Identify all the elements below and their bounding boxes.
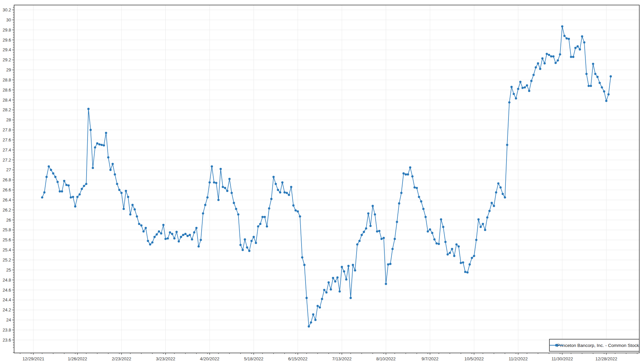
chart-window: 30.23029.829.629.429.22928.828.628.428.2… [0,0,644,362]
data-point-marker [543,62,546,65]
data-point-marker [610,75,612,78]
data-point-marker [585,73,588,75]
data-point-marker [365,227,367,230]
data-point-marker [539,68,541,70]
data-point-marker [101,144,103,146]
svg-text:5/18/2022: 5/18/2022 [244,356,263,361]
data-point-marker [191,238,193,241]
data-point-marker [572,56,575,58]
data-point-marker [592,63,594,65]
data-point-marker [336,276,339,279]
svg-text:24.8: 24.8 [3,278,11,283]
data-point-marker [359,240,361,242]
data-point-marker [546,53,548,55]
svg-text:25.4: 25.4 [3,247,11,252]
svg-text:30.2: 30.2 [3,7,11,12]
data-point-marker [590,85,592,87]
data-point-marker [519,81,522,83]
data-point-marker [451,248,453,250]
data-point-marker [90,129,92,131]
data-point-marker [429,228,431,231]
data-point-marker [497,182,499,185]
data-point-marker [594,73,597,75]
data-point-marker [81,188,83,190]
data-point-marker [103,144,105,147]
svg-text:2/23/2022: 2/23/2022 [112,356,131,361]
data-point-marker [356,243,359,246]
data-point-marker [41,196,43,199]
data-point-marker [484,229,486,231]
data-point-marker [160,232,162,235]
svg-text:28.6: 28.6 [3,87,11,93]
svg-text:27: 27 [6,167,11,172]
data-point-marker [312,313,315,316]
x-axis-labels: 12/29/20211/26/20222/23/20223/23/20224/2… [22,356,617,361]
data-point-marker [123,208,125,210]
tick-marks [12,7,637,355]
data-point-marker [475,239,478,241]
svg-text:23.6: 23.6 [3,338,11,343]
data-point-marker [310,321,312,324]
data-point-marker [427,230,429,233]
data-point-marker [418,196,420,198]
data-point-marker [98,143,101,146]
data-point-marker [471,257,473,259]
data-point-marker [306,297,308,299]
data-point-marker [605,100,607,102]
data-point-marker [528,90,530,92]
data-point-marker [292,204,294,207]
data-point-marker [557,59,559,62]
data-point-marker [294,209,297,212]
svg-text:7/13/2022: 7/13/2022 [332,356,352,361]
data-point-marker [173,237,176,240]
data-point-marker [129,213,131,216]
data-point-marker [217,199,220,201]
data-point-marker [499,186,502,189]
data-point-marker [440,218,442,221]
data-point-marker [253,236,255,238]
data-point-marker [444,241,447,243]
data-point-marker [255,242,257,244]
data-point-marker [515,97,517,100]
data-point-marker [195,227,198,229]
data-point-marker [230,192,233,194]
data-point-marker [466,272,469,274]
svg-text:28.4: 28.4 [3,98,11,103]
data-point-marker [354,269,356,272]
data-point-marker [213,181,215,184]
svg-text:30: 30 [6,17,11,22]
price-line [42,26,611,326]
data-point-marker [83,185,85,187]
data-point-marker [596,76,599,78]
data-point-marker [239,244,242,246]
data-point-marker [222,186,224,188]
data-point-marker [554,62,557,64]
data-point-marker [270,198,273,200]
data-point-marker [171,233,173,235]
data-point-marker [420,200,422,203]
data-point-marker [552,55,555,58]
data-point-marker [522,87,524,89]
data-point-marker [588,85,590,87]
data-point-marker [504,196,506,199]
data-point-marker [524,86,526,89]
data-point-marker [299,215,301,218]
data-point-marker [391,248,394,250]
data-point-marker [566,37,568,40]
data-point-marker [275,183,277,185]
data-point-marker [220,168,222,170]
data-point-marker [116,183,118,185]
data-point-marker [332,277,334,279]
data-point-marker [180,236,182,238]
data-point-marker [462,261,464,264]
data-point-marker [308,325,310,328]
data-point-marker [226,190,228,192]
data-point-marker [233,202,235,204]
data-point-marker [184,233,187,235]
data-point-marker [56,181,59,183]
price-series [41,25,612,327]
svg-text:3/23/2022: 3/23/2022 [156,356,175,361]
data-point-marker [330,288,332,291]
data-point-marker [541,57,544,60]
data-point-marker [43,191,46,194]
